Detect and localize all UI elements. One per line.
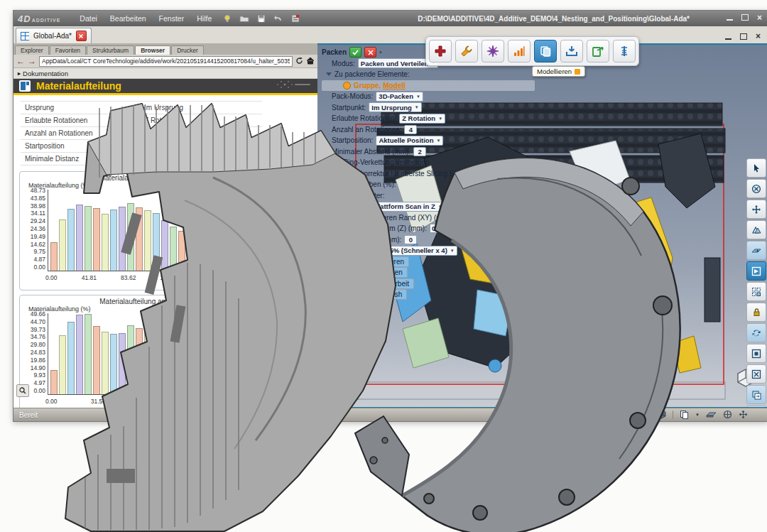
deselect-icon[interactable]	[746, 179, 766, 198]
min-abstand-input[interactable]: 2	[413, 147, 426, 156]
elements-label: Zu packende Elemente:	[334, 70, 410, 78]
import-download-icon[interactable]	[560, 40, 583, 63]
tab-browser[interactable]: Browser	[135, 45, 170, 55]
cancel-x-icon[interactable]	[364, 47, 376, 58]
save-icon[interactable]	[256, 13, 266, 23]
chart-yaxis: 49.6644.7039.7334.7629.8024.8319.8614.90…	[23, 310, 48, 394]
lock-icon[interactable]	[746, 303, 766, 322]
plattform-abstand-input[interactable]: 0.1	[430, 224, 443, 233]
filter-dropdown-icon[interactable]: ▼	[592, 413, 597, 417]
mdi-close-button[interactable]: ×	[756, 33, 761, 40]
group-model-link[interactable]: Modell	[383, 82, 406, 89]
url-input[interactable]	[39, 56, 293, 67]
options-expander-icon[interactable]: ▾	[379, 50, 382, 55]
copy-image-icon[interactable]	[746, 385, 766, 404]
move-selection-icon[interactable]	[746, 200, 766, 219]
rotationen-dropdown[interactable]: Z Rotation▼	[399, 114, 445, 124]
page-copy-icon[interactable]	[680, 410, 689, 420]
report-icon[interactable]	[290, 13, 300, 23]
chart-bar	[67, 209, 75, 271]
strategie-dropdown[interactable]: Plattform Scan in Z▼	[371, 202, 445, 212]
select-cursor-icon[interactable]	[746, 158, 766, 178]
plane-move-icon[interactable]	[746, 241, 766, 260]
grid-select-icon[interactable]	[746, 282, 766, 301]
chart-bar	[246, 234, 254, 271]
chart-bar	[263, 337, 271, 394]
chart-bar	[178, 333, 185, 394]
repair-icon[interactable]	[429, 40, 452, 63]
chart-bar	[212, 237, 219, 271]
app-window: 4D ADDITIVE Datei Bearbeiten Fenster Hil…	[13, 10, 767, 422]
pack-modus-dropdown[interactable]: 3D-Packen▼	[376, 92, 423, 102]
menu-datei[interactable]: Datei	[73, 14, 104, 23]
back-icon[interactable]: ←	[16, 57, 25, 65]
pack-modus-label: Pack-Modus:	[332, 92, 373, 100]
tab-drucker[interactable]: Drucker	[171, 45, 204, 55]
restore-button[interactable]	[741, 13, 749, 22]
tab-strukturbaum[interactable]: Strukturbaum	[87, 45, 134, 55]
tab-explorer[interactable]: Explorer	[15, 45, 49, 55]
table-row: StartpositionAktuelle Position	[21, 140, 262, 153]
faces-select-icon[interactable]	[746, 220, 766, 239]
export-icon[interactable]	[587, 40, 609, 63]
mdi-restore-button[interactable]	[740, 30, 747, 43]
platform-icon[interactable]	[706, 411, 717, 420]
bulb-icon[interactable]	[222, 13, 232, 23]
parameter-anpassen-button[interactable]: Parameter anpassen	[332, 267, 408, 278]
status-bar: Bereit ▼ ▼ ▼ ▼	[13, 408, 767, 421]
open-folder-icon[interactable]	[239, 13, 249, 23]
home-icon[interactable]	[306, 55, 315, 67]
viewport-3d[interactable]: Packen ▾ Modus: Packen und Verteilen▼ Zu…	[317, 43, 767, 408]
chart-bar	[272, 232, 279, 271]
rotation-count-input[interactable]: 4	[404, 125, 417, 134]
chart-bar	[187, 234, 194, 271]
hoehe-input[interactable]: 0	[404, 235, 417, 244]
voxel-dropdown[interactable]: 2.5% (Schneller x 4)▼	[381, 246, 457, 256]
tab-favoriten[interactable]: Favoriten	[50, 45, 86, 55]
startpunkt-dropdown[interactable]: Im Ursprung▼	[369, 102, 421, 112]
undo-icon[interactable]	[273, 13, 283, 23]
pan-move-icon[interactable]	[739, 410, 748, 420]
magnifier-icon[interactable]	[16, 384, 29, 397]
render-dropdown-icon[interactable]: ▼	[646, 413, 651, 417]
frame-region-icon[interactable]	[746, 344, 766, 363]
visibility-eye-icon[interactable]	[603, 411, 614, 419]
filter-icon[interactable]	[576, 410, 586, 420]
forward-icon[interactable]: →	[28, 57, 36, 65]
rand-input[interactable]: 0	[455, 213, 468, 222]
mdi-minimize-button[interactable]	[725, 30, 731, 43]
pack-zone-button[interactable]: Pack-Zone definieren	[332, 256, 409, 267]
tab-close-icon[interactable]	[76, 31, 87, 41]
chart-xlabel: X (mm)	[45, 281, 307, 288]
analysis-bars-icon[interactable]	[508, 40, 531, 63]
abstand-button[interactable]: namische Abstandsh	[332, 289, 407, 300]
chart-bar	[229, 335, 236, 394]
texture-star-icon[interactable]	[482, 40, 504, 63]
documentation-row[interactable]: ▸ Dokumentation	[13, 68, 317, 79]
chart-bar	[144, 210, 151, 271]
shaded-cube-icon[interactable]	[657, 409, 666, 420]
collapse-chevron-icon[interactable]	[326, 72, 332, 76]
apply-check-icon[interactable]	[349, 47, 361, 58]
menu-fenster[interactable]: Fenster	[153, 14, 191, 23]
transform-cycle-icon[interactable]	[746, 323, 766, 342]
close-button[interactable]: ×	[757, 14, 762, 21]
measure-caliper-icon[interactable]	[613, 40, 636, 63]
group-row[interactable]: Gruppe, Modell	[322, 80, 535, 92]
visibility-dropdown-icon[interactable]: ▼	[620, 413, 624, 417]
active-tool-icon[interactable]	[746, 261, 766, 281]
target-icon[interactable]	[723, 410, 732, 420]
render-cube-icon[interactable]	[631, 409, 640, 420]
minimize-button[interactable]	[727, 13, 733, 22]
menu-hilfe[interactable]: Hilfe	[190, 14, 218, 23]
wrench-tools-icon[interactable]	[455, 40, 478, 63]
menu-bearbeiten[interactable]: Bearbeiten	[104, 14, 153, 23]
startposition-dropdown[interactable]: Aktuelle Position▼	[376, 136, 443, 146]
page-dropdown-icon[interactable]: ▼	[695, 413, 700, 417]
refresh-icon[interactable]	[295, 55, 303, 67]
nesting-copy-icon[interactable]	[534, 40, 557, 63]
anpassung-bearbeiten-button[interactable]: Anpassung bearbeit	[332, 278, 414, 289]
ring-checkbox[interactable]	[332, 158, 340, 167]
document-tab[interactable]: Global-Ada*	[16, 28, 92, 43]
delete-box-icon[interactable]	[746, 364, 766, 384]
